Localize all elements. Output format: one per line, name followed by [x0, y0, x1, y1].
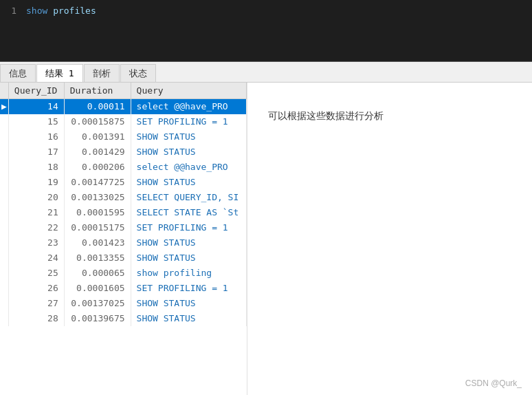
code-keyword: show: [26, 6, 47, 16]
col-query: Query: [131, 83, 246, 99]
cell-query-id: 23: [8, 235, 64, 250]
cell-query-id: 20: [8, 190, 64, 205]
table-row[interactable]: 280.00139675SHOW STATUS: [0, 311, 247, 326]
row-indicator: [0, 296, 8, 311]
results-table: Query_ID Duration Query ▶140.00011select…: [0, 83, 247, 326]
cell-duration: 0.00015875: [64, 114, 131, 129]
cell-duration: 0.001423: [64, 235, 131, 250]
cell-query-id: 24: [8, 250, 64, 266]
col-query-id: Query_ID: [8, 83, 64, 99]
cell-query-text: SET PROFILING = 1: [131, 281, 246, 296]
cell-query-text: select @@have_PRO: [131, 160, 246, 175]
row-indicator: ▶: [0, 99, 8, 114]
table-header-row: Query_ID Duration Query: [0, 83, 247, 99]
tab-results[interactable]: 结果 1: [36, 64, 83, 82]
cell-query-text: SHOW STATUS: [131, 145, 246, 160]
cell-query-text: show profiling: [131, 266, 246, 281]
line-number-1: 1: [4, 6, 16, 16]
table-row[interactable]: 170.001429SHOW STATUS: [0, 145, 247, 160]
cell-duration: 0.0001605: [64, 281, 131, 296]
table-body: ▶140.00011select @@have_PRO150.00015875S…: [0, 99, 247, 326]
tab-status[interactable]: 状态: [120, 64, 156, 82]
side-panel: 可以根据这些数据进行分析: [247, 83, 532, 395]
results-area: Query_ID Duration Query ▶140.00011select…: [0, 83, 532, 395]
row-indicator: [0, 129, 8, 145]
table-row[interactable]: ▶140.00011select @@have_PRO: [0, 99, 247, 114]
table-row[interactable]: 230.001423SHOW STATUS: [0, 235, 247, 250]
tab-profile[interactable]: 剖析: [84, 64, 120, 82]
table-row[interactable]: 240.0013355SHOW STATUS: [0, 250, 247, 266]
cell-query-id: 15: [8, 114, 64, 129]
cell-duration: 0.000065: [64, 266, 131, 281]
row-indicator: [0, 190, 8, 205]
row-indicator: [0, 114, 8, 129]
cell-query-id: 21: [8, 205, 64, 220]
cell-query-text: SHOW STATUS: [131, 250, 246, 266]
table-container[interactable]: Query_ID Duration Query ▶140.00011select…: [0, 83, 247, 395]
tabs-bar: 信息 结果 1 剖析 状态: [0, 62, 532, 83]
cell-query-text: SET PROFILING = 1: [131, 114, 246, 129]
cell-query-id: 22: [8, 220, 64, 235]
table-row[interactable]: 270.00137025SHOW STATUS: [0, 296, 247, 311]
cell-duration: 0.001391: [64, 129, 131, 145]
cell-duration: 0.00139675: [64, 311, 131, 326]
cell-query-id: 17: [8, 145, 64, 160]
cell-duration: 0.00147725: [64, 175, 131, 190]
row-indicator: [0, 311, 8, 326]
cell-duration: 0.00133025: [64, 190, 131, 205]
row-indicator: [0, 145, 8, 160]
cell-duration: 0.00137025: [64, 296, 131, 311]
cell-query-text: SHOW STATUS: [131, 311, 246, 326]
row-indicator: [0, 250, 8, 266]
cell-duration: 0.001429: [64, 145, 131, 160]
cell-query-id: 16: [8, 129, 64, 145]
col-duration: Duration: [64, 83, 131, 99]
row-indicator: [0, 220, 8, 235]
cell-query-text: SHOW STATUS: [131, 235, 246, 250]
table-row[interactable]: 150.00015875SET PROFILING = 1: [0, 114, 247, 129]
cell-query-text: SHOW STATUS: [131, 296, 246, 311]
col-indicator: [0, 83, 8, 99]
row-indicator: [0, 160, 8, 175]
cell-query-text: select @@have_PRO: [131, 99, 246, 114]
table-row[interactable]: 250.000065show profiling: [0, 266, 247, 281]
cell-query-text: SELECT QUERY_ID, SI: [131, 190, 246, 205]
cell-duration: 0.0013355: [64, 250, 131, 266]
table-row[interactable]: 200.00133025SELECT QUERY_ID, SI: [0, 190, 247, 205]
code-content[interactable]: show profiles: [21, 0, 532, 61]
cell-query-text: SHOW STATUS: [131, 175, 246, 190]
cell-query-id: 19: [8, 175, 64, 190]
cell-duration: 0.0001595: [64, 205, 131, 220]
cell-query-id: 27: [8, 296, 64, 311]
table-row[interactable]: 160.001391SHOW STATUS: [0, 129, 247, 145]
cell-duration: 0.000206: [64, 160, 131, 175]
table-row[interactable]: 260.0001605SET PROFILING = 1: [0, 281, 247, 296]
editor-area: 1 show profiles: [0, 0, 532, 62]
cell-duration: 0.00015175: [64, 220, 131, 235]
line-numbers: 1: [0, 0, 21, 61]
tab-info[interactable]: 信息: [0, 64, 36, 82]
cell-query-text: SHOW STATUS: [131, 129, 246, 145]
cell-query-text: SET PROFILING = 1: [131, 220, 246, 235]
cell-duration: 0.00011: [64, 99, 131, 114]
table-row[interactable]: 210.0001595SELECT STATE AS `St: [0, 205, 247, 220]
row-indicator: [0, 175, 8, 190]
code-text: profiles: [47, 6, 96, 16]
cell-query-id: 18: [8, 160, 64, 175]
table-row[interactable]: 220.00015175SET PROFILING = 1: [0, 220, 247, 235]
watermark: CSDN @Qurk_: [465, 378, 522, 388]
cell-query-id: 25: [8, 266, 64, 281]
table-row[interactable]: 190.00147725SHOW STATUS: [0, 175, 247, 190]
cell-query-text: SELECT STATE AS `St: [131, 205, 246, 220]
row-indicator: [0, 235, 8, 250]
table-row[interactable]: 180.000206select @@have_PRO: [0, 160, 247, 175]
cell-query-id: 28: [8, 311, 64, 326]
cell-query-id: 26: [8, 281, 64, 296]
side-panel-text: 可以根据这些数据进行分析: [268, 110, 384, 122]
cell-query-id: 14: [8, 99, 64, 114]
row-indicator: [0, 266, 8, 281]
row-indicator: [0, 205, 8, 220]
row-indicator: [0, 281, 8, 296]
